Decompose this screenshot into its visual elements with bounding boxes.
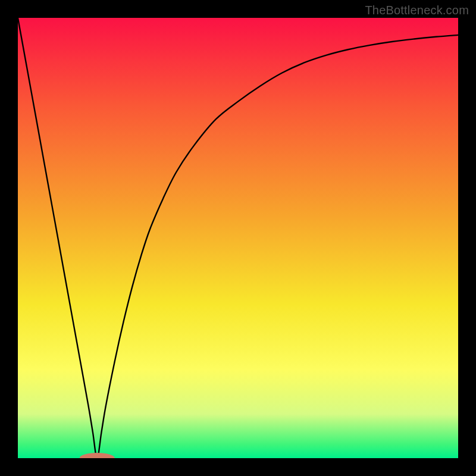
gradient-background xyxy=(18,18,458,458)
watermark-label: TheBottleneck.com xyxy=(365,4,469,17)
chart-frame: TheBottleneck.com xyxy=(0,0,476,476)
plot-area xyxy=(18,18,458,458)
chart-svg xyxy=(18,18,458,458)
